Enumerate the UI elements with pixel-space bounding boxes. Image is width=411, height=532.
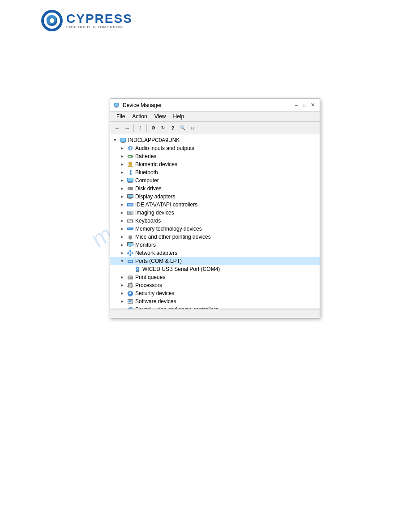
tree-bluetooth[interactable]: ► Bluetooth — [110, 168, 320, 176]
audio-icon — [127, 145, 134, 152]
up-button[interactable]: ⇧ — [136, 124, 145, 133]
ports-label: Ports (COM & LPT) — [135, 258, 182, 264]
scan-hardware-button[interactable]: 🔍 — [178, 124, 187, 133]
computer-label: Computer — [135, 177, 159, 184]
print-expand[interactable]: ► — [119, 274, 125, 280]
tree-processors[interactable]: ► Processors — [110, 281, 320, 289]
processors-icon — [127, 282, 134, 289]
svg-rect-83 — [133, 285, 133, 285]
mice-expand[interactable]: ► — [119, 234, 125, 240]
properties-button[interactable]: ⚙ — [149, 124, 158, 133]
processors-expand[interactable]: ► — [119, 282, 125, 288]
svg-point-25 — [131, 188, 132, 189]
update-driver-button[interactable]: ↻ — [158, 124, 167, 133]
wiced-serial-icon — [134, 266, 141, 273]
tree-mice[interactable]: ► Mice and other pointing devices — [110, 233, 320, 241]
tree-sound[interactable]: ► Sound, video and game controllers — [110, 305, 320, 309]
security-expand[interactable]: ► — [119, 290, 125, 296]
maximize-button[interactable]: □ — [301, 102, 308, 109]
monitors-expand[interactable]: ► — [119, 242, 125, 248]
svg-point-65 — [130, 261, 131, 262]
memory-expand[interactable]: ► — [119, 226, 125, 232]
menu-file[interactable]: File — [113, 112, 128, 120]
software-label: Software devices — [135, 298, 176, 305]
tree-software[interactable]: ► Software devices — [110, 297, 320, 305]
security-label: Security devices — [135, 290, 174, 296]
title-bar-controls: − □ ✕ — [293, 102, 316, 109]
svg-rect-10 — [122, 142, 124, 142]
tree-network[interactable]: ► Network adapters — [110, 249, 320, 257]
display-label: Display adapters — [135, 193, 175, 200]
svg-rect-37 — [128, 220, 129, 221]
svg-point-50 — [130, 236, 131, 237]
svg-rect-52 — [128, 243, 133, 246]
status-bar — [110, 309, 320, 318]
tree-ide[interactable]: ► IDE ATA/ATAPI controllers — [110, 201, 320, 209]
svg-rect-7 — [116, 107, 117, 107]
tree-disk[interactable]: ► Disk drives — [110, 184, 320, 193]
tree-area[interactable]: ▼ INDCLAPPC0A9UNK ► Audio inputs and out… — [110, 134, 320, 309]
svg-rect-46 — [132, 228, 132, 229]
tree-audio[interactable]: ► Audio inputs and outputs — [110, 144, 320, 152]
print-icon — [127, 274, 134, 281]
memory-label: Memory technology devices — [135, 226, 202, 232]
svg-rect-78 — [131, 282, 132, 283]
tree-computer[interactable]: ► Computer — [110, 176, 320, 184]
close-button[interactable]: ✕ — [309, 102, 316, 109]
display-expand[interactable]: ► — [119, 193, 125, 200]
tree-memory[interactable]: ► Memory technology devices — [110, 225, 320, 233]
bluetooth-expand[interactable]: ► — [119, 169, 125, 176]
tree-root[interactable]: ▼ INDCLAPPC0A9UNK — [110, 136, 320, 144]
help-button[interactable]: ? — [168, 124, 177, 133]
ide-expand[interactable]: ► — [119, 202, 125, 208]
audio-expand[interactable]: ► — [119, 145, 125, 151]
tree-batteries[interactable]: ► Batteries — [110, 152, 320, 160]
menu-action[interactable]: Action — [128, 112, 150, 120]
tree-keyboard[interactable]: ► Keyboards — [110, 217, 320, 225]
tree-print[interactable]: ► Print queues — [110, 273, 320, 281]
menu-help[interactable]: Help — [170, 112, 188, 120]
svg-rect-57 — [132, 253, 133, 254]
cypress-logo: CYPRESS EMBEDDED IN TOMORROW — [40, 9, 133, 32]
svg-rect-30 — [128, 198, 132, 199]
computer-expand[interactable]: ► — [119, 177, 125, 184]
svg-rect-90 — [128, 301, 131, 302]
keyboard-expand[interactable]: ► — [119, 218, 125, 224]
svg-rect-82 — [127, 286, 128, 287]
menu-view[interactable]: View — [151, 112, 170, 120]
svg-line-60 — [130, 252, 133, 253]
svg-point-64 — [128, 261, 129, 262]
print-label: Print queues — [135, 274, 165, 280]
svg-rect-55 — [129, 250, 131, 252]
root-expand[interactable]: ▼ — [112, 137, 118, 143]
ports-icon — [127, 257, 134, 265]
svg-rect-21 — [129, 182, 132, 182]
batteries-expand[interactable]: ► — [119, 153, 125, 159]
tree-wiced-serial[interactable]: ► WICED USB Serial Port (COM4) — [110, 265, 320, 273]
security-icon — [127, 290, 134, 297]
menu-bar: File Action View Help — [110, 112, 320, 122]
biometric-expand[interactable]: ► — [119, 161, 125, 167]
mice-label: Mice and other pointing devices — [135, 234, 211, 240]
tree-imaging[interactable]: ► Imaging devices — [110, 209, 320, 217]
svg-rect-20 — [128, 178, 133, 181]
ports-expand[interactable]: ▼ — [119, 258, 125, 264]
imaging-expand[interactable]: ► — [119, 210, 125, 216]
disk-label: Disk drives — [135, 185, 162, 192]
minimize-button[interactable]: − — [293, 102, 300, 109]
software-expand[interactable]: ► — [119, 298, 125, 305]
device-properties-button[interactable]: □ — [188, 124, 197, 133]
svg-rect-26 — [128, 188, 130, 189]
tree-ports[interactable]: ▼ Ports (COM & LPT) — [110, 257, 320, 265]
disk-expand[interactable]: ► — [119, 185, 125, 192]
svg-rect-44 — [130, 228, 130, 229]
network-expand[interactable]: ► — [119, 250, 125, 256]
tree-monitors[interactable]: ► Monitors — [110, 241, 320, 249]
svg-rect-56 — [127, 253, 129, 254]
svg-rect-5 — [115, 103, 118, 106]
back-button[interactable]: ← — [113, 124, 122, 133]
forward-button[interactable]: → — [123, 124, 132, 133]
tree-biometric[interactable]: ► Biometric devices — [110, 160, 320, 168]
tree-security[interactable]: ► Security devices — [110, 289, 320, 297]
tree-display[interactable]: ► Display adapters — [110, 193, 320, 201]
